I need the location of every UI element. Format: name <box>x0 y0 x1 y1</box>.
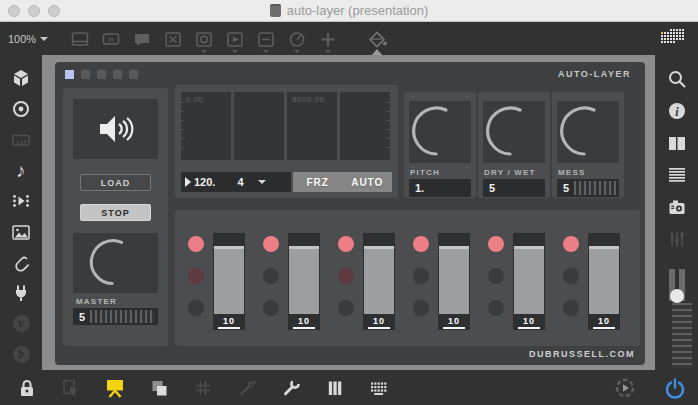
list-icon[interactable] <box>662 159 692 191</box>
zoom-level-control[interactable]: 100% <box>8 33 48 45</box>
probe-icon[interactable] <box>236 377 258 399</box>
document-proxy-icon[interactable] <box>270 4 281 17</box>
load-button[interactable]: LOAD <box>80 174 151 191</box>
dial-icon[interactable] <box>281 24 312 54</box>
channel-slider[interactable]: 10 <box>288 233 320 330</box>
channel-slider[interactable]: 10 <box>363 233 395 330</box>
object-box-icon[interactable] <box>64 24 95 54</box>
pitch-label: PITCH <box>410 168 440 177</box>
radio-dot[interactable] <box>563 300 579 316</box>
master-dial[interactable] <box>73 233 158 293</box>
audio-power-icon[interactable] <box>664 377 686 399</box>
mess-knob[interactable] <box>557 101 619 163</box>
faders-icon[interactable] <box>324 377 346 399</box>
preview-square[interactable] <box>81 70 90 79</box>
package-icon[interactable] <box>6 63 36 94</box>
radio-dot[interactable] <box>188 236 204 252</box>
speaker-button[interactable] <box>73 99 158 159</box>
plug-icon[interactable] <box>6 278 36 309</box>
radio-dot[interactable] <box>488 300 504 316</box>
image-icon[interactable] <box>6 217 36 248</box>
preview-square[interactable] <box>97 70 106 79</box>
mixer-icon[interactable] <box>662 223 692 255</box>
keyboard-shortcuts-icon[interactable] <box>6 124 36 155</box>
radio-dot[interactable] <box>413 236 429 252</box>
channel-value: 10 <box>288 316 320 326</box>
snapshot-camera-icon[interactable] <box>662 191 692 223</box>
inspector-panes-icon[interactable] <box>662 127 692 159</box>
radio-dot[interactable] <box>338 300 354 316</box>
lock-icon[interactable] <box>16 377 38 399</box>
channel-slider[interactable]: 10 <box>438 233 470 330</box>
channel-radio-group <box>338 236 354 316</box>
master-value: 5 <box>79 311 85 323</box>
chevron-down-icon <box>258 180 266 184</box>
wrench-icon[interactable] <box>280 377 302 399</box>
number-box-icon[interactable] <box>250 24 281 54</box>
playbar-icon[interactable] <box>219 24 250 54</box>
message-box-icon[interactable]: m <box>95 24 126 54</box>
grid-icon[interactable] <box>192 377 214 399</box>
run-icon[interactable] <box>614 377 636 399</box>
channel-radio-group <box>488 236 504 316</box>
playlist-icon[interactable] <box>6 186 36 217</box>
radio-dot[interactable] <box>263 236 279 252</box>
attachments-icon[interactable] <box>6 247 36 278</box>
beap-icon[interactable]: b <box>6 339 36 370</box>
channel-strip: 10 <box>475 210 550 346</box>
slider-baseline <box>293 327 315 329</box>
slider-ridges <box>672 303 692 368</box>
radio-dot[interactable] <box>413 300 429 316</box>
radio-dot[interactable] <box>188 268 204 284</box>
toggle-icon[interactable] <box>157 24 188 54</box>
zoom-slider[interactable] <box>667 269 687 366</box>
comment-icon[interactable] <box>126 24 157 54</box>
display-ticks <box>386 102 390 156</box>
dry-wet-number-box[interactable]: 5 <box>483 179 545 197</box>
master-number-box[interactable]: 5 <box>73 308 158 325</box>
tempo-control[interactable]: 120. 4 <box>181 172 291 192</box>
preview-square[interactable] <box>65 70 74 79</box>
right-sidebar: i <box>655 55 698 370</box>
dial-arc <box>557 101 619 163</box>
display-segment <box>234 92 284 160</box>
channel-slider[interactable]: 10 <box>513 233 545 330</box>
radio-dot[interactable] <box>563 236 579 252</box>
mess-number-box[interactable]: 5 <box>557 179 619 197</box>
radio-dot[interactable] <box>188 300 204 316</box>
search-icon[interactable] <box>662 63 692 95</box>
channel-slider[interactable]: 10 <box>213 233 245 330</box>
auto-button[interactable]: AUTO <box>343 172 393 192</box>
pitch-knob[interactable] <box>409 101 471 163</box>
radio-dot[interactable] <box>488 236 504 252</box>
audio-icon[interactable]: ♪ <box>6 155 36 186</box>
select-icon[interactable] <box>60 377 82 399</box>
presentation-mode-icon[interactable] <box>104 377 126 399</box>
channel-slider[interactable]: 10 <box>588 233 620 330</box>
preview-square[interactable] <box>113 70 122 79</box>
radio-dot[interactable] <box>263 300 279 316</box>
frz-button[interactable]: FRZ <box>293 172 343 192</box>
radio-dot[interactable] <box>563 268 579 284</box>
radio-dot[interactable] <box>488 268 504 284</box>
record-icon[interactable] <box>6 94 36 125</box>
keyboard-icon[interactable] <box>368 377 390 399</box>
vizzie-icon[interactable]: v <box>6 309 36 340</box>
stop-button[interactable]: STOP <box>80 204 151 221</box>
layers-icon[interactable] <box>148 377 170 399</box>
window-title-group: auto-layer (presentation) <box>0 0 698 21</box>
slider-fill <box>289 246 319 314</box>
pitch-number-box[interactable]: 1. <box>409 179 471 197</box>
preview-square[interactable] <box>129 70 138 79</box>
add-object-icon[interactable] <box>312 24 343 54</box>
slider-knob[interactable] <box>670 289 684 303</box>
radio-dot[interactable] <box>263 268 279 284</box>
button-icon[interactable] <box>188 24 219 54</box>
radio-dot[interactable] <box>338 236 354 252</box>
paint-bucket-icon[interactable] <box>361 24 392 54</box>
dry-wet-knob[interactable] <box>483 101 545 163</box>
radio-dot[interactable] <box>338 268 354 284</box>
object-palette-grid-icon[interactable] <box>661 29 684 43</box>
radio-dot[interactable] <box>413 268 429 284</box>
info-icon[interactable]: i <box>662 95 692 127</box>
